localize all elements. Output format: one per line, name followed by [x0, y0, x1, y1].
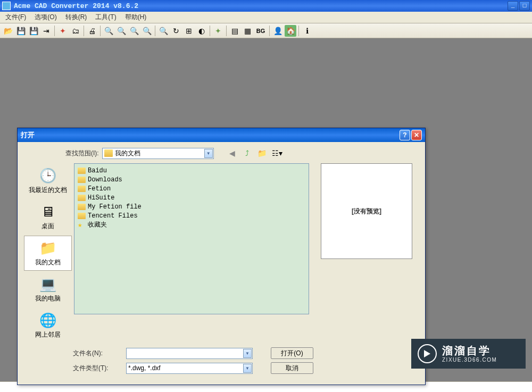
new-folder-button[interactable]: 📁	[256, 147, 268, 159]
place-computer[interactable]: 💻 我的电脑	[24, 272, 72, 307]
print-icon[interactable]: 🖨	[86, 25, 98, 37]
open-dialog: 打开 ? ✕ 查找范围(I): 我的文档 ▼ ◀ ⤴ �	[17, 128, 426, 385]
window-title: Acme CAD Converter 2014 v8.6.2	[14, 2, 138, 10]
main-titlebar: Acme CAD Converter 2014 v8.6.2 _ □	[0, 0, 532, 12]
preview-pane: [没有预览]	[321, 163, 412, 259]
open-icon[interactable]: 📂	[2, 25, 14, 37]
separator	[210, 26, 210, 36]
list-item[interactable]: HiSuite	[77, 193, 306, 202]
chevron-down-icon[interactable]: ▼	[204, 149, 213, 158]
dialog-close-button[interactable]: ✕	[411, 130, 422, 140]
separator	[54, 26, 55, 36]
user-icon[interactable]: 👤	[272, 25, 284, 37]
place-recent[interactable]: 🕒 我最近的文档	[24, 163, 72, 198]
lookin-label: 查找范围(I):	[65, 149, 99, 158]
up-button[interactable]: ⤴	[242, 147, 253, 159]
app-icon	[2, 2, 11, 10]
preview-text: [没有预览]	[352, 207, 381, 216]
place-documents[interactable]: 📁 我的文档	[24, 236, 72, 271]
minimize-button[interactable]: _	[508, 1, 518, 11]
maximize-button[interactable]: □	[519, 1, 530, 11]
zoom-window-icon[interactable]: 🔍	[128, 25, 140, 37]
open-button[interactable]: 打开(O)	[271, 347, 313, 359]
place-desktop[interactable]: 🖥 桌面	[24, 199, 72, 235]
workspace: 打开 ? ✕ 查找范围(I): 我的文档 ▼ ◀ ⤴ �	[0, 38, 532, 381]
file-list[interactable]: Baidu Downloads Fetion HiSuite My Fetion…	[74, 163, 309, 314]
folder-icon	[78, 177, 86, 183]
rocket-icon[interactable]: ✦	[57, 25, 69, 37]
dialog-help-button[interactable]: ?	[400, 130, 410, 140]
play-icon	[418, 344, 437, 363]
chevron-down-icon[interactable]: ▼	[243, 349, 252, 358]
menu-help[interactable]: 帮助(H)	[122, 12, 150, 23]
computer-icon: 💻	[39, 276, 56, 293]
folder-icon	[78, 186, 86, 192]
recent-icon: 🕒	[39, 167, 56, 184]
chevron-down-icon[interactable]: ▼	[243, 364, 252, 373]
batch-icon[interactable]: 🗂	[70, 25, 81, 37]
filename-label: 文件名(N):	[73, 349, 124, 358]
separator	[269, 26, 270, 36]
view-menu-button[interactable]: ☷▾	[271, 147, 283, 159]
info-icon[interactable]: ℹ	[301, 25, 313, 37]
list-item[interactable]: Baidu	[77, 166, 306, 175]
star-icon: ★	[78, 221, 86, 229]
filetype-label: 文件类型(T):	[73, 364, 124, 373]
menubar: 文件(F) 选项(O) 转换(R) 工具(T) 帮助(H)	[0, 12, 532, 23]
layout-icon[interactable]: ▦	[242, 25, 253, 37]
filename-input[interactable]: ▼	[126, 348, 253, 359]
pan-icon[interactable]: 🔍	[157, 25, 169, 37]
cancel-button[interactable]: 取消	[271, 362, 313, 374]
separator	[84, 26, 84, 36]
save-all-icon[interactable]: 💾	[28, 25, 39, 37]
export-icon[interactable]: ⇥	[40, 25, 52, 37]
watermark-en: ZIXUE.3D66.COM	[442, 357, 497, 363]
list-item[interactable]: Fetion	[77, 184, 306, 193]
list-item[interactable]: My Fetion file	[77, 202, 306, 211]
separator	[100, 26, 101, 36]
folder-icon	[104, 149, 113, 157]
save-icon[interactable]: 💾	[15, 25, 27, 37]
dialog-title: 打开	[21, 130, 35, 140]
desktop-icon: 🖥	[39, 203, 56, 220]
watermark: 溜溜自学 ZIXUE.3D66.COM	[411, 339, 526, 369]
folder-icon	[78, 204, 86, 210]
menu-options[interactable]: 选项(O)	[31, 12, 60, 23]
watermark-cn: 溜溜自学	[442, 344, 497, 357]
zoom-in-icon[interactable]: 🔍	[103, 25, 114, 37]
home-icon[interactable]: 🏠	[285, 25, 296, 37]
list-item[interactable]: ★收藏夹	[77, 220, 306, 229]
menu-convert[interactable]: 转换(R)	[62, 12, 90, 23]
lookin-value: 我的文档	[115, 149, 140, 158]
separator	[155, 26, 155, 36]
lookin-combo[interactable]: 我的文档 ▼	[102, 148, 214, 159]
rotate-icon[interactable]: ↻	[170, 25, 182, 37]
menu-tools[interactable]: 工具(T)	[92, 12, 119, 23]
filetype-combo[interactable]: *.dwg, *.dxf ▼	[126, 363, 253, 374]
folder-icon	[78, 213, 86, 219]
back-button[interactable]: ◀	[227, 147, 238, 159]
separator	[298, 26, 299, 36]
toolbar: 📂 💾 💾 ⇥ ✦ 🗂 🖨 🔍 🔍 🔍 🔍 🔍 ↻ ⊞ ◐ ✦ ▤ ▦ BG 👤…	[0, 23, 532, 38]
folder-icon	[78, 195, 86, 201]
list-item[interactable]: Downloads	[77, 175, 306, 184]
menu-file[interactable]: 文件(F)	[2, 12, 29, 23]
documents-icon: 📁	[39, 239, 56, 256]
zoom-extents-icon[interactable]: 🔍	[141, 25, 153, 37]
zoom-out-icon[interactable]: 🔍	[115, 25, 127, 37]
places-bar: 🕒 我最近的文档 🖥 桌面 📁 我的文档 💻	[24, 163, 72, 343]
place-network[interactable]: 🌐 网上邻居	[24, 308, 72, 343]
purge-icon[interactable]: ✦	[212, 25, 224, 37]
list-item[interactable]: Tencent Files	[77, 211, 306, 220]
dialog-titlebar: 打开 ? ✕	[18, 128, 425, 142]
network-icon: 🌐	[39, 312, 56, 329]
bg-button[interactable]: BG	[254, 25, 267, 37]
folder-icon	[78, 168, 86, 174]
shade-icon[interactable]: ◐	[196, 25, 207, 37]
layers-icon[interactable]: ▤	[229, 25, 240, 37]
wireframe-icon[interactable]: ⊞	[183, 25, 195, 37]
separator	[226, 26, 227, 36]
